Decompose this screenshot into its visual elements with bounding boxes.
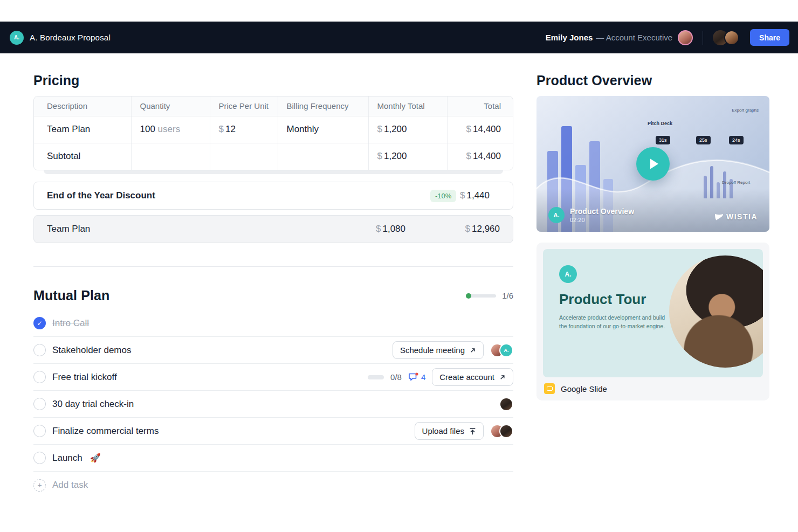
create-account-button[interactable]: Create account bbox=[432, 368, 513, 386]
add-task-icon[interactable]: + bbox=[33, 479, 46, 492]
task-row-trial-checkin: 30 day trial check-in bbox=[33, 391, 513, 418]
assignee-avatars: A. bbox=[490, 343, 513, 357]
product-video-thumbnail[interactable]: Pitch Deck Export graphs 31s 25s 24s Dro… bbox=[536, 96, 769, 232]
task-list: ✓ Intro Call Stakeholder demos Schedule … bbox=[33, 310, 513, 499]
wistia-glyph-icon bbox=[715, 213, 723, 220]
play-button[interactable] bbox=[636, 147, 670, 181]
thumbnail-chip: 25s bbox=[696, 136, 711, 144]
cell-description: Team Plan bbox=[34, 116, 131, 143]
pricing-header-row: Description Quantity Price Per Unit Bill… bbox=[34, 96, 513, 116]
google-slide-link[interactable]: Google Slide bbox=[543, 383, 763, 394]
topbar-divider bbox=[703, 31, 703, 45]
col-description: Description bbox=[34, 96, 131, 116]
play-icon bbox=[649, 158, 659, 170]
task-checkbox-checked[interactable]: ✓ bbox=[33, 317, 46, 329]
plan-progress-dot bbox=[466, 293, 471, 299]
cell-monthly-total: $1,200 bbox=[368, 143, 447, 170]
assignee-avatar bbox=[499, 424, 513, 438]
pricing-row-team-plan: Team Plan 100 users $12 Monthly $1,200 $… bbox=[34, 116, 513, 143]
tour-photo bbox=[669, 255, 763, 368]
col-quantity: Quantity bbox=[131, 96, 210, 116]
topbar: A. A. Bordeaux Proposal Emily Jones — Ac… bbox=[0, 22, 798, 53]
task-label: Finalize commercial terms bbox=[52, 426, 159, 437]
upload-icon bbox=[469, 427, 476, 435]
assignee-avatars bbox=[499, 397, 513, 411]
discount-label: End of the Year Discount bbox=[47, 190, 155, 201]
thumbnail-label-dropoff: Dropoff Report bbox=[722, 180, 750, 185]
document-title: A. Bordeaux Proposal bbox=[30, 33, 111, 42]
cell-price bbox=[210, 143, 278, 170]
adjusted-description: Team Plan bbox=[47, 224, 90, 234]
task-label: Stakeholder demos bbox=[52, 345, 131, 356]
main-content: Pricing Description Quantity Price Per U… bbox=[33, 73, 513, 499]
pricing-table: Description Quantity Price Per Unit Bill… bbox=[33, 96, 513, 170]
mutual-plan-title: Mutual Plan bbox=[33, 288, 109, 303]
user-name: Emily Jones bbox=[546, 33, 593, 42]
google-slide-label: Google Slide bbox=[561, 384, 607, 393]
product-tour-card[interactable]: A. Product Tour Accelerate product devel… bbox=[543, 249, 763, 377]
task-row-stakeholder-demos: Stakeholder demos Schedule meeting A. bbox=[33, 337, 513, 364]
add-task-label[interactable]: Add task bbox=[52, 480, 88, 490]
task-checkbox[interactable] bbox=[33, 452, 46, 464]
adjusted-total-row: Team Plan $1,080 $12,960 bbox=[33, 215, 513, 243]
assignee-avatar bbox=[499, 397, 513, 411]
comment-icon bbox=[408, 372, 418, 382]
schedule-meeting-button[interactable]: Schedule meeting bbox=[393, 341, 484, 359]
col-monthly-total: Monthly Total bbox=[368, 96, 447, 116]
discount-amount: $1,440 bbox=[460, 190, 490, 201]
task-row-free-trial-kickoff: Free trial kickoff 0/8 4 Create account bbox=[33, 364, 513, 391]
task-label: Launch bbox=[52, 453, 82, 464]
google-slides-icon bbox=[544, 383, 555, 394]
task-extras: 0/8 4 Create account bbox=[368, 368, 513, 386]
task-extras: Upload files bbox=[415, 422, 513, 440]
cell-quantity bbox=[131, 143, 210, 170]
stacked-rows-edge bbox=[44, 170, 503, 174]
external-arrow-icon bbox=[470, 347, 476, 354]
col-price-per-unit: Price Per Unit bbox=[210, 96, 278, 116]
user-avatar bbox=[678, 30, 693, 45]
upload-files-button[interactable]: Upload files bbox=[415, 422, 484, 440]
task-label: Free trial kickoff bbox=[52, 372, 117, 383]
external-arrow-icon bbox=[499, 374, 506, 381]
add-task-row[interactable]: + Add task bbox=[33, 472, 513, 499]
adjusted-total: $12,960 bbox=[465, 224, 500, 234]
tour-brand-avatar: A. bbox=[559, 265, 577, 283]
thumbnail-label-export: Export graphs bbox=[732, 108, 759, 113]
video-title: Product Overview bbox=[570, 207, 634, 216]
topbar-right: Emily Jones — Account Executive Share bbox=[546, 29, 789, 46]
plan-progress-count: 1/6 bbox=[502, 291, 513, 300]
task-checkbox[interactable] bbox=[33, 344, 46, 356]
video-caption: A. Product Overview 02:20 bbox=[548, 207, 634, 223]
cell-price: $12 bbox=[210, 116, 278, 143]
task-extras bbox=[499, 397, 513, 411]
cell-billing bbox=[278, 143, 368, 170]
discount-badge: -10% bbox=[430, 190, 456, 202]
user-line: Emily Jones — Account Executive bbox=[546, 33, 672, 42]
cell-monthly-total: $1,200 bbox=[368, 116, 447, 143]
task-extras: Schedule meeting A. bbox=[393, 341, 513, 359]
company-avatar: A. bbox=[10, 31, 24, 45]
comments-indicator[interactable]: 4 bbox=[408, 372, 425, 382]
task-row-finalize-terms: Finalize commercial terms Upload files bbox=[33, 418, 513, 445]
task-checkbox[interactable] bbox=[33, 398, 46, 410]
rocket-emoji: 🚀 bbox=[90, 453, 101, 463]
thumbnail-chip: 31s bbox=[656, 136, 670, 144]
task-row-launch: Launch 🚀 bbox=[33, 445, 513, 472]
col-billing-frequency: Billing Frequency bbox=[278, 96, 368, 116]
plan-progress: 1/6 bbox=[466, 291, 513, 300]
topbar-left: A. A. Bordeaux Proposal bbox=[10, 31, 111, 45]
pricing-title: Pricing bbox=[33, 73, 513, 88]
user-role: — Account Executive bbox=[596, 33, 672, 42]
task-checkbox[interactable] bbox=[33, 425, 46, 437]
pricing-row-subtotal: Subtotal $1,200 $14,400 bbox=[34, 143, 513, 170]
comment-count: 4 bbox=[421, 372, 425, 382]
share-button[interactable]: Share bbox=[750, 29, 789, 46]
col-total: Total bbox=[447, 96, 513, 116]
task-checkbox[interactable] bbox=[33, 371, 46, 383]
task-label: Intro Call bbox=[52, 318, 89, 329]
cell-quantity: 100 users bbox=[131, 116, 210, 143]
wistia-logo: WISTIA bbox=[715, 212, 758, 221]
subtask-progress-bar bbox=[368, 375, 384, 379]
viewer-avatars bbox=[713, 30, 739, 45]
mutual-plan-header: Mutual Plan 1/6 bbox=[33, 288, 513, 303]
